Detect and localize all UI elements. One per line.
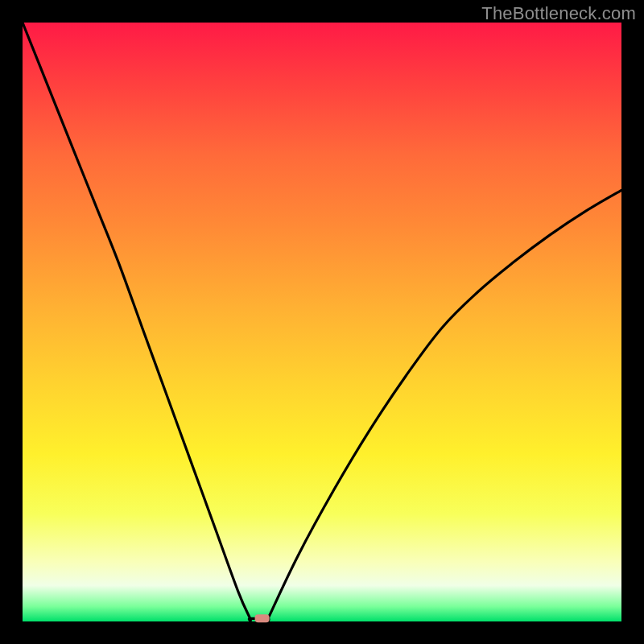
watermark-text: TheBottleneck.com xyxy=(481,3,636,24)
optimum-marker xyxy=(255,614,270,622)
bottleneck-curve xyxy=(23,23,621,624)
chart-frame: TheBottleneck.com xyxy=(0,0,644,644)
plot-area xyxy=(23,23,621,621)
curve-layer xyxy=(23,23,621,621)
